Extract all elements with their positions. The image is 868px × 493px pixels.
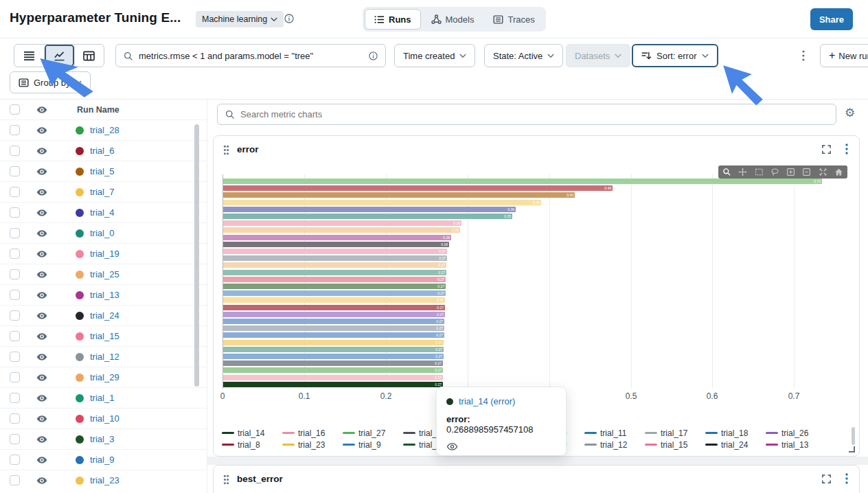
runs-search-input[interactable] [139,51,363,61]
run-name-link[interactable]: trial_3 [90,434,114,444]
error-bar[interactable]: 0.73 [223,179,822,184]
lasso-icon[interactable] [770,168,779,176]
run-visibility-eye-icon[interactable] [36,187,47,198]
error-bar[interactable]: 0.27 [223,284,446,289]
run-visibility-eye-icon[interactable] [36,413,47,424]
run-visibility-eye-icon[interactable] [36,393,47,404]
run-name-link[interactable]: trial_25 [90,269,119,279]
legend-scrollbar[interactable] [852,427,855,445]
run-visibility-eye-icon[interactable] [36,352,47,363]
error-bar[interactable]: 0.27 [223,249,447,254]
run-name-link[interactable]: trial_13 [90,290,119,300]
run-visibility-eye-icon[interactable] [36,372,47,383]
legend-item[interactable]: trial_18 [705,427,766,439]
run-checkbox[interactable] [10,413,20,424]
legend-item[interactable]: trial_9 [343,439,403,450]
error-bar[interactable]: 0.27 [223,360,443,366]
run-visibility-eye-icon[interactable] [36,228,47,239]
error-bar[interactable]: 0.27 [223,375,443,380]
legend-item[interactable]: trial_17 [645,427,705,439]
reset-axes-icon[interactable] [834,168,843,176]
error-bar[interactable]: 0.27 [223,255,447,261]
list-view-toggle[interactable] [14,45,44,67]
more-options-kebab[interactable] [795,47,812,65]
error-bar[interactable]: 0.27 [223,277,446,282]
error-bar[interactable]: 0.27 [223,290,446,296]
run-name-link[interactable]: trial_5 [90,166,114,176]
run-checkbox[interactable] [10,352,20,362]
run-checkbox[interactable] [10,393,20,403]
run-visibility-eye-icon[interactable] [36,455,47,466]
run-checkbox[interactable] [10,228,20,238]
metric-charts-search-input[interactable] [240,109,829,119]
run-checkbox[interactable] [10,434,20,444]
tab-models[interactable]: Models [422,9,483,30]
group-by-button[interactable]: Group by [10,71,91,93]
error-bar[interactable]: 0.29 [223,220,461,226]
run-visibility-eye-icon[interactable] [36,269,47,280]
pan-icon[interactable] [738,168,747,176]
charts-settings-gear-icon[interactable]: ⚙ [845,107,855,119]
state-dropdown[interactable]: State: Active [484,44,563,67]
fullscreen-icon[interactable] [821,144,832,154]
zoom-icon[interactable] [722,168,731,176]
run-checkbox[interactable] [10,249,20,259]
select-all-checkbox[interactable] [10,104,20,115]
run-visibility-eye-icon[interactable] [36,434,47,445]
error-bar[interactable]: 0.27 [223,297,445,303]
error-bar[interactable]: 0.43 [223,192,575,198]
run-checkbox[interactable] [10,475,20,485]
datasets-dropdown[interactable]: Datasets [566,44,630,67]
run-name-link[interactable]: trial_9 [90,455,114,465]
run-checkbox[interactable] [10,146,20,156]
table-view-toggle[interactable] [74,45,104,67]
run-name-link[interactable]: trial_12 [90,352,119,362]
run-checkbox[interactable] [10,331,20,341]
error-bar[interactable]: 0.27 [223,332,444,338]
run-name-link[interactable]: trial_23 [90,475,119,485]
legend-item[interactable]: trial_11 [584,427,645,439]
experiment-type-tag[interactable]: Machine learning [196,11,284,27]
error-bar[interactable]: 0.27 [223,312,445,317]
run-checkbox[interactable] [10,269,20,279]
new-run-button[interactable]: + New run [820,44,868,67]
run-checkbox[interactable] [10,207,20,218]
legend-item[interactable]: trial_26 [766,427,826,439]
run-name-link[interactable]: trial_24 [90,310,119,321]
fullscreen-icon[interactable] [821,474,832,484]
error-bar[interactable]: 0.27 [223,325,444,331]
box-select-icon[interactable] [755,168,764,176]
legend-item[interactable]: trial_15 [645,439,705,450]
run-name-link[interactable]: trial_29 [90,372,119,382]
run-visibility-eye-icon[interactable] [36,310,47,321]
run-visibility-eye-icon[interactable] [36,249,47,260]
zoom-in-icon[interactable] [786,168,795,176]
error-bar[interactable]: 0.27 [223,367,443,373]
run-name-link[interactable]: trial_0 [90,228,114,238]
error-bar[interactable]: 0.48 [223,185,613,191]
legend-item[interactable]: trial_13 [766,439,826,450]
share-button[interactable]: Share [810,8,853,30]
run-checkbox[interactable] [10,290,20,300]
run-visibility-eye-icon[interactable] [36,146,47,157]
drag-handle-icon[interactable] [223,145,229,155]
run-visibility-eye-icon[interactable] [36,125,47,136]
autoscale-icon[interactable] [819,168,827,176]
error-bar[interactable]: 0.36 [223,207,516,212]
info-icon[interactable] [284,13,295,24]
run-name-link[interactable]: trial_7 [90,187,114,197]
run-name-link[interactable]: trial_6 [90,146,114,156]
error-bar[interactable]: 0.28 [223,235,451,240]
run-name-link[interactable]: trial_1 [90,393,114,403]
drag-handle-icon[interactable] [223,474,229,485]
tab-runs[interactable]: Runs [365,9,421,30]
error-bar[interactable]: 0.27 [223,305,445,310]
run-name-link[interactable]: trial_4 [90,207,114,218]
run-visibility-eye-icon[interactable] [36,290,47,301]
run-checkbox[interactable] [10,455,20,465]
chart-options-kebab[interactable] [845,473,848,484]
error-bar[interactable]: 0.29 [223,227,460,233]
run-name-link[interactable]: trial_15 [90,331,119,341]
legend-item[interactable]: trial_24 [705,439,766,450]
run-visibility-eye-icon[interactable] [36,331,47,342]
